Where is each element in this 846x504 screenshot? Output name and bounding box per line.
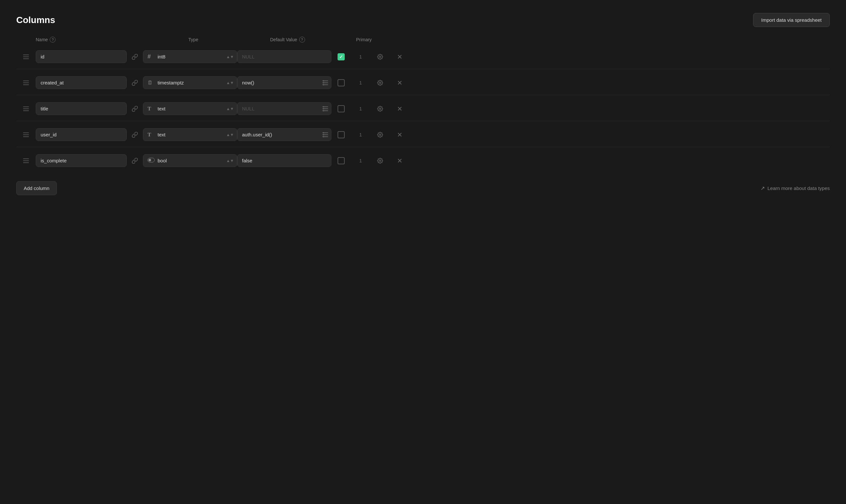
import-spreadsheet-button[interactable]: Import data via spreadsheet	[753, 13, 830, 27]
type-select-wrapper-row-user-id: T text ▲▼	[143, 128, 237, 141]
default-value-wrapper-row-title	[237, 102, 331, 115]
name-input-row-id[interactable]	[36, 50, 127, 63]
column-row-row-title: T text ▲▼	[16, 98, 830, 120]
default-input-row-is-complete[interactable]	[237, 154, 331, 167]
link-btn-row-is-complete[interactable]	[127, 158, 143, 164]
page-footer: Add column ↗ Learn more about data types	[16, 181, 830, 195]
default-input-row-title[interactable]	[237, 102, 331, 115]
gear-btn-row-title[interactable]	[370, 106, 390, 112]
default-list-btn-row-user-id[interactable]	[322, 132, 328, 137]
svg-point-13	[380, 82, 381, 84]
svg-point-39	[380, 160, 381, 161]
default-input-row-user-id[interactable]	[237, 128, 331, 141]
divider-2	[16, 121, 830, 121]
drag-handle-row-user-id[interactable]	[16, 132, 36, 137]
svg-rect-14	[23, 107, 29, 107]
column-row-row-created-at: 🗓 timestamptz ▲▼	[16, 72, 830, 93]
svg-point-11	[323, 82, 324, 84]
close-btn-row-user-id[interactable]: ✕	[390, 131, 409, 139]
primary-checkbox-wrapper-row-id	[331, 53, 351, 60]
gear-btn-row-created-at[interactable]	[370, 80, 390, 86]
primary-checkbox-row-created-at[interactable]	[338, 79, 345, 86]
add-column-button[interactable]: Add column	[16, 181, 57, 195]
divider-3	[16, 147, 830, 147]
primary-checkbox-row-is-complete[interactable]	[338, 157, 345, 164]
default-list-btn-row-created-at[interactable]	[322, 80, 328, 85]
default-value-wrapper-row-user-id	[237, 128, 331, 141]
column-row-row-user-id: T text ▲▼	[16, 124, 830, 145]
row-container-row-is-complete: bool ▲▼ 1 ✕	[16, 150, 830, 172]
type-select-wrapper-row-is-complete: bool ▲▼	[143, 154, 237, 167]
primary-checkbox-row-user-id[interactable]	[338, 131, 345, 138]
type-select-row-user-id[interactable]: text	[143, 128, 237, 141]
svg-rect-26	[23, 137, 29, 137]
default-value-wrapper-row-created-at	[237, 76, 331, 89]
close-btn-row-created-at[interactable]: ✕	[390, 79, 409, 87]
divider-1	[16, 95, 830, 95]
primary-checkbox-wrapper-row-created-at	[331, 79, 351, 86]
name-help-icon[interactable]: ?	[50, 37, 56, 42]
link-btn-row-user-id[interactable]	[127, 131, 143, 138]
gear-btn-row-id[interactable]	[370, 54, 390, 60]
name-input-row-title[interactable]	[36, 102, 127, 115]
gear-btn-row-is-complete[interactable]	[370, 158, 390, 164]
divider-0	[16, 69, 830, 69]
default-input-row-created-at[interactable]	[237, 76, 331, 89]
gear-btn-row-user-id[interactable]	[370, 132, 390, 138]
primary-checkbox-row-id[interactable]	[338, 53, 345, 60]
svg-point-33	[380, 134, 381, 136]
svg-point-22	[323, 110, 324, 111]
type-select-row-is-complete[interactable]: bool	[143, 154, 237, 167]
type-select-row-id[interactable]: int8	[143, 50, 237, 63]
svg-rect-36	[23, 162, 29, 163]
order-num-row-created-at: 1	[351, 80, 370, 85]
row-container-row-user-id: T text ▲▼	[16, 124, 830, 147]
drag-handle-row-created-at[interactable]	[16, 80, 36, 85]
link-btn-row-id[interactable]	[127, 54, 143, 60]
primary-checkbox-wrapper-row-is-complete	[331, 157, 351, 164]
default-value-help-icon[interactable]: ?	[299, 37, 305, 42]
svg-point-10	[323, 80, 324, 82]
svg-rect-25	[23, 134, 29, 135]
order-num-row-is-complete: 1	[351, 158, 370, 163]
column-row-row-id: # int8 ▲▼ 1	[16, 46, 830, 68]
link-btn-row-title[interactable]	[127, 106, 143, 112]
svg-rect-5	[23, 83, 29, 83]
learn-more-link[interactable]: ↗ Learn more about data types	[761, 185, 830, 191]
close-btn-row-is-complete[interactable]: ✕	[390, 157, 409, 165]
svg-rect-34	[23, 159, 29, 159]
svg-point-3	[380, 56, 381, 57]
primary-checkbox-row-title[interactable]	[338, 105, 345, 112]
page-header: Columns Import data via spreadsheet	[16, 13, 830, 27]
primary-checkbox-wrapper-row-user-id	[331, 131, 351, 138]
svg-rect-15	[23, 108, 29, 109]
name-input-row-created-at[interactable]	[36, 76, 127, 89]
svg-rect-0	[23, 55, 29, 55]
svg-point-30	[323, 132, 324, 133]
type-select-row-created-at[interactable]: timestamptz	[143, 76, 237, 89]
order-num-row-user-id: 1	[351, 132, 370, 137]
svg-rect-2	[23, 58, 29, 59]
svg-point-12	[323, 84, 324, 85]
order-num-row-id: 1	[351, 54, 370, 59]
drag-handle-row-title[interactable]	[16, 107, 36, 111]
default-value-wrapper-row-is-complete	[237, 154, 331, 167]
link-btn-row-created-at[interactable]	[127, 79, 143, 86]
drag-handle-row-is-complete[interactable]	[16, 159, 36, 163]
svg-rect-24	[23, 132, 29, 133]
name-input-row-user-id[interactable]	[36, 128, 127, 141]
close-btn-row-id[interactable]: ✕	[390, 53, 409, 61]
default-list-btn-row-title[interactable]	[322, 106, 328, 111]
column-row-row-is-complete: bool ▲▼ 1 ✕	[16, 150, 830, 172]
name-input-row-is-complete[interactable]	[36, 154, 127, 167]
rows-container: # int8 ▲▼ 1	[16, 46, 830, 172]
default-input-row-id[interactable]	[237, 50, 331, 63]
drag-handle-row-id[interactable]	[16, 55, 36, 59]
type-select-wrapper-row-title: T text ▲▼	[143, 102, 237, 115]
primary-header: Primary	[335, 37, 393, 42]
type-select-row-title[interactable]: text	[143, 102, 237, 115]
svg-rect-4	[23, 80, 29, 81]
svg-point-21	[323, 108, 324, 109]
close-btn-row-title[interactable]: ✕	[390, 105, 409, 113]
type-select-wrapper-row-created-at: 🗓 timestamptz ▲▼	[143, 76, 237, 89]
